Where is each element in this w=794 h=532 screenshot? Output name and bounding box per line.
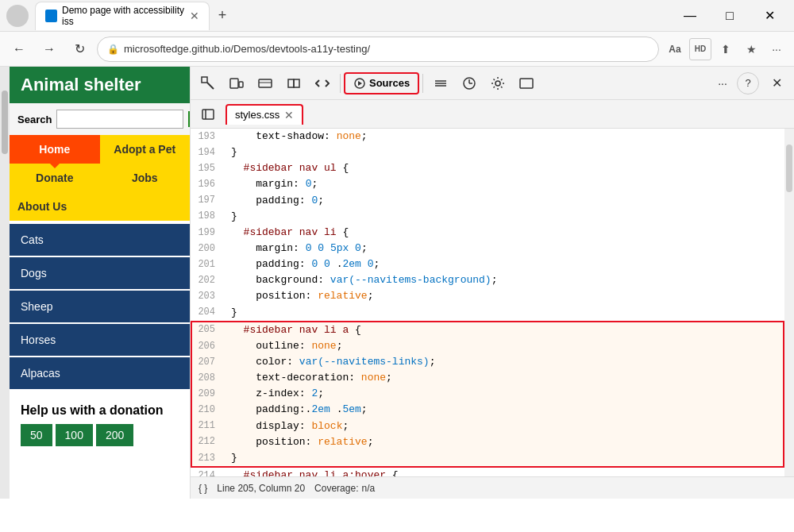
line-content[interactable]: padding: 0; [225, 193, 784, 209]
line-number: 202 [191, 272, 225, 288]
line-content[interactable]: } [225, 305, 784, 322]
back-button[interactable]: ← [6, 37, 32, 62]
hd-icon[interactable]: HD [689, 38, 711, 60]
line-number: 203 [191, 288, 225, 304]
animal-list: CatsDogsSheepHorsesAlpacas [10, 221, 190, 394]
line-content[interactable]: } [225, 145, 784, 160]
adopt-button[interactable]: Adopt a Pet [100, 135, 191, 164]
line-content[interactable]: #sidebar nav li { [225, 225, 784, 241]
animal-item[interactable]: Cats [10, 224, 190, 256]
line-content[interactable]: position: relative; [225, 288, 784, 304]
home-button[interactable]: Home [10, 135, 100, 164]
line-content[interactable]: margin: 0 0 5px 0; [225, 241, 784, 256]
line-number: 212 [191, 434, 225, 450]
left-scroll-track [0, 67, 10, 499]
tab-close-btn[interactable]: ✕ [190, 10, 199, 22]
code-scroll[interactable]: 193 text-shadow: none;194}195 #sidebar n… [191, 129, 784, 476]
inspect-element-button[interactable] [194, 69, 222, 98]
line-number: 197 [191, 193, 225, 209]
line-content[interactable]: text-shadow: none; [225, 129, 784, 145]
donation-amount-button[interactable]: 100 [56, 424, 93, 446]
line-content[interactable]: display: block; [225, 418, 784, 434]
line-content[interactable]: #sidebar nav li a { [225, 322, 784, 338]
refresh-button[interactable]: ↻ [67, 37, 92, 62]
sources-panel-button[interactable]: Sources [344, 72, 419, 94]
line-content[interactable]: z-index: 2; [225, 386, 784, 402]
file-tab-close[interactable]: ✕ [284, 109, 294, 121]
line-content[interactable]: } [225, 450, 784, 467]
about-button[interactable]: About Us [10, 192, 190, 221]
sources-icon [353, 77, 366, 90]
secondary-nav: Donate Jobs [10, 164, 190, 192]
line-content[interactable]: } [225, 209, 784, 225]
layout-panel-button[interactable] [512, 69, 541, 98]
search-input[interactable] [56, 110, 183, 129]
line-content[interactable]: #sidebar nav ul { [225, 160, 784, 176]
animal-item[interactable]: Alpacas [10, 357, 190, 389]
code-scrollbar-thumb[interactable] [786, 145, 792, 192]
line-content[interactable]: position: relative; [225, 434, 784, 450]
donation-amount-button[interactable]: 200 [96, 424, 133, 446]
line-content[interactable]: padding: 0 0 .2em 0; [225, 256, 784, 272]
forward-button[interactable]: → [37, 37, 62, 62]
status-bar: { } Line 205, Column 20 Coverage: n/a [191, 476, 794, 499]
console-panel-button[interactable] [251, 69, 279, 98]
more-tools-button[interactable]: ··· [708, 69, 737, 98]
line-number: 205 [191, 322, 225, 338]
code-scrollbar[interactable] [784, 129, 794, 476]
favorites-icon[interactable]: ★ [740, 38, 762, 60]
svg-rect-13 [520, 79, 533, 88]
minimize-button[interactable]: — [672, 3, 708, 29]
braces-icon[interactable]: { } [198, 483, 207, 494]
lock-icon: 🔒 [107, 44, 119, 55]
help-button[interactable]: ? [737, 72, 759, 94]
code-line: 198} [191, 209, 784, 225]
devtools-close-button[interactable]: ✕ [762, 69, 791, 98]
tab-favicon [45, 10, 57, 22]
line-content[interactable]: background: var(--navitems-background); [225, 272, 784, 288]
toolbar-separator [340, 74, 341, 93]
active-tab[interactable]: Demo page with accessibility iss ✕ [35, 2, 210, 30]
close-window-button[interactable]: ✕ [751, 3, 788, 29]
sidebar-toggle-button[interactable] [194, 100, 222, 129]
left-scroll-thumb[interactable] [2, 91, 8, 154]
main-area: Animal shelter Search go Home Adopt a Pe… [0, 67, 794, 499]
search-label: Search [17, 114, 52, 125]
code-table: 193 text-shadow: none;194}195 #sidebar n… [191, 129, 784, 476]
line-content[interactable]: outline: none; [225, 338, 784, 354]
code-line: 201 padding: 0 0 .2em 0; [191, 256, 784, 272]
tab-title: Demo page with accessibility iss [62, 5, 190, 27]
share-icon[interactable]: ⬆ [715, 38, 737, 60]
settings-panel-button[interactable] [484, 69, 512, 98]
performance-panel-button[interactable] [455, 69, 484, 98]
reader-mode-icon[interactable]: Aa [664, 38, 686, 60]
line-content[interactable]: color: var(--navitems-links); [225, 354, 784, 370]
more-icon[interactable]: ··· [765, 38, 788, 60]
line-content[interactable]: text-decoration: none; [225, 370, 784, 386]
styles-css-tab[interactable]: styles.css ✕ [225, 104, 303, 125]
device-emulation-button[interactable] [222, 69, 251, 98]
code-line: 211 display: block; [191, 418, 784, 434]
line-number: 209 [191, 386, 225, 402]
line-content[interactable]: #sidebar nav li a:hover { [225, 467, 784, 476]
url-bar[interactable]: 🔒 microsoftedge.github.io/Demos/devtools… [97, 37, 659, 62]
network-icon [434, 76, 448, 91]
shelter-header: Animal shelter [10, 67, 190, 103]
line-content[interactable]: padding:.2em .5em; [225, 402, 784, 418]
new-tab-button[interactable]: + [211, 5, 233, 27]
donation-amount-button[interactable]: 50 [21, 424, 52, 446]
animal-item[interactable]: Horses [10, 324, 190, 356]
line-number: 211 [191, 418, 225, 434]
jobs-button[interactable]: Jobs [100, 164, 191, 192]
animal-item[interactable]: Dogs [10, 257, 190, 289]
code-line: 205 #sidebar nav li a { [191, 322, 784, 338]
code-icon-button[interactable] [308, 69, 337, 98]
maximize-button[interactable]: □ [711, 3, 748, 29]
devtools-toolbar: Sources ··· ? ✕ [191, 67, 794, 100]
line-number: 204 [191, 305, 225, 322]
search-go-button[interactable]: go [188, 111, 191, 127]
elements-panel-button[interactable] [279, 69, 308, 98]
line-content[interactable]: margin: 0; [225, 176, 784, 192]
network-panel-button[interactable] [426, 69, 455, 98]
animal-item[interactable]: Sheep [10, 291, 190, 322]
